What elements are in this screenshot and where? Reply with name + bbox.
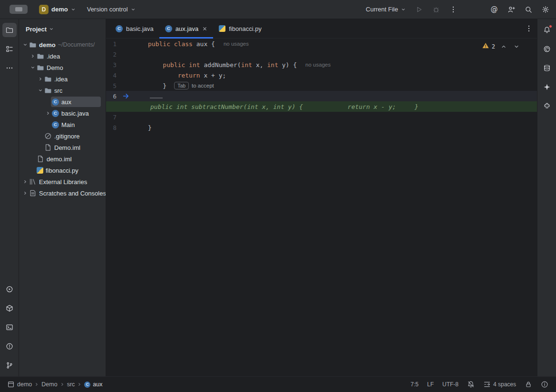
next-problem-button[interactable] xyxy=(512,42,521,51)
version-control-icon xyxy=(6,362,13,369)
editor-area: Cbasic.javaCaux.javafibonacci.py 1public… xyxy=(106,19,537,376)
readonly-toggle[interactable] xyxy=(525,381,532,388)
class-icon: C xyxy=(52,110,59,117)
code-segment: return xyxy=(178,72,204,79)
project-widget[interactable]: D demo xyxy=(39,5,76,14)
inspections-widget[interactable]: 2 xyxy=(482,42,521,51)
tree-item-Demo[interactable]: Demo xyxy=(19,62,106,73)
chevron-right-icon[interactable] xyxy=(22,179,28,184)
previous-problem-button[interactable] xyxy=(499,42,508,51)
terminal-icon xyxy=(6,323,13,331)
line-number: 7 xyxy=(106,114,117,121)
chevron-down-icon[interactable] xyxy=(22,42,28,47)
lock-icon xyxy=(525,381,532,388)
tree-item-Demo.iml[interactable]: Demo.iml xyxy=(19,142,106,153)
debug-button[interactable] xyxy=(429,3,443,16)
tree-item-demo.iml[interactable]: demo.iml xyxy=(19,153,106,165)
line-number: 1 xyxy=(106,40,117,48)
tool-database-button[interactable] xyxy=(540,61,554,75)
tree-item-Scratches and Consoles[interactable]: Scratches and Consoles xyxy=(19,187,106,199)
code-editor[interactable]: 1public class aux {no usages23 public in… xyxy=(106,39,537,376)
class-icon: C xyxy=(52,121,59,128)
search-icon xyxy=(525,6,532,13)
chevron-down-icon[interactable] xyxy=(37,88,43,93)
encoding-widget[interactable]: UTF-8 xyxy=(442,381,458,388)
tree-item-.idea[interactable]: .idea xyxy=(19,50,106,62)
gutter: 5 xyxy=(106,82,148,89)
code-line-1[interactable]: 1public class aux {no usages xyxy=(106,39,537,49)
editor-tab-aux.java[interactable]: Caux.java xyxy=(159,19,213,38)
tool-plugins-button[interactable] xyxy=(540,99,554,113)
ai-assistant-icon xyxy=(543,83,551,91)
tab-options-button[interactable] xyxy=(525,24,533,33)
code-line-2[interactable]: 2 xyxy=(106,49,537,59)
code-line-4[interactable]: 4 return x + y; xyxy=(106,70,537,80)
chevron-down-icon[interactable] xyxy=(29,65,36,70)
tree-item-demo[interactable]: demo~/Documents/ xyxy=(19,39,106,50)
folder-icon xyxy=(44,87,52,94)
code-line-7[interactable]: 7 xyxy=(106,112,537,122)
tree-item-fibonacci.py[interactable]: fibonacci.py xyxy=(19,165,106,176)
breadcrumb-aux[interactable]: Caux xyxy=(83,381,104,388)
tool-problems-button[interactable] xyxy=(2,339,17,353)
breadcrumb-Demo[interactable]: Demo xyxy=(40,381,59,388)
run-configuration-widget[interactable]: Current File xyxy=(366,6,406,13)
tool-packages-button[interactable] xyxy=(2,301,17,315)
breadcrumb-src[interactable]: src xyxy=(66,381,77,388)
code-line-5[interactable]: 5 }Tabto accept xyxy=(106,80,537,91)
code-line-3[interactable]: 3 public int addNumber(int x, int y) {no… xyxy=(106,59,537,70)
inlay-hint: no usages xyxy=(224,41,249,47)
tree-item-.idea[interactable]: .idea xyxy=(19,73,106,85)
caret-position-widget[interactable]: 7:5 xyxy=(410,381,419,388)
close-tab-icon[interactable] xyxy=(202,26,207,31)
tool-gradle-button[interactable] xyxy=(540,42,554,56)
breadcrumbs: demoDemosrcCaux xyxy=(6,381,104,388)
tool-terminal-button[interactable] xyxy=(2,320,17,334)
tool-structure-button[interactable] xyxy=(2,42,17,56)
vcs-widget[interactable]: Version control xyxy=(87,6,136,13)
inlay-hint: no usages xyxy=(305,62,331,68)
run-button[interactable] xyxy=(412,3,426,16)
tree-item-Main[interactable]: CMain xyxy=(19,119,106,130)
tool-project-folder-button[interactable] xyxy=(2,23,17,37)
tool-services-button[interactable] xyxy=(2,282,17,296)
editor-tab-basic.java[interactable]: Cbasic.java xyxy=(110,19,159,38)
code-segment: int xyxy=(241,61,256,69)
code-text: } xyxy=(148,124,537,131)
tool-notifications-button[interactable] xyxy=(540,23,554,37)
breadcrumb-demo[interactable]: demo xyxy=(6,381,33,388)
project-panel-title: Project xyxy=(26,26,47,33)
more-vertical-button[interactable] xyxy=(447,3,460,16)
tool-ai-assistant-button[interactable] xyxy=(540,80,554,94)
indent-widget[interactable]: 4 spaces xyxy=(483,381,516,388)
code-with-me-button[interactable] xyxy=(505,3,518,16)
code-segment xyxy=(148,61,163,69)
code-line-6[interactable]: 6 xyxy=(106,91,537,101)
ai-mention-button[interactable]: @ xyxy=(488,3,501,16)
code-line-8[interactable]: 8} xyxy=(106,122,537,133)
chevron-right-icon[interactable] xyxy=(37,77,43,81)
tool-version-control-button[interactable] xyxy=(2,358,17,372)
tree-item-basic.java[interactable]: Cbasic.java xyxy=(19,108,106,119)
tree-item-src[interactable]: src xyxy=(19,85,106,96)
chevron-right-icon[interactable] xyxy=(22,191,28,196)
chevron-right-icon[interactable] xyxy=(29,54,36,59)
code-text: public int subtractNumber(int x, int y) … xyxy=(148,103,537,110)
tree-item-label: basic.java xyxy=(61,110,89,117)
project-panel-header[interactable]: Project xyxy=(19,19,106,39)
tree-item-External Libraries[interactable]: External Libraries xyxy=(19,176,106,187)
tool-more-horizontal-button[interactable] xyxy=(2,61,17,75)
line-separator-widget[interactable]: LF xyxy=(427,381,434,388)
warning-count: 2 xyxy=(492,43,495,50)
chevron-right-icon[interactable] xyxy=(45,111,51,116)
tree-item-.gitignore[interactable]: .gitignore xyxy=(19,130,106,142)
do-not-disturb-toggle[interactable] xyxy=(467,381,475,388)
inspections-icon xyxy=(541,381,548,388)
search-button[interactable] xyxy=(522,3,535,16)
inline-suggestion-line[interactable]: public int subtractNumber(int x, int y) … xyxy=(106,101,537,112)
settings-button[interactable] xyxy=(539,3,552,16)
inspections-status[interactable] xyxy=(541,381,548,388)
editor-tab-fibonacci.py[interactable]: fibonacci.py xyxy=(213,19,267,38)
window-controls[interactable] xyxy=(10,5,28,14)
tree-item-aux[interactable]: Caux xyxy=(19,96,106,108)
